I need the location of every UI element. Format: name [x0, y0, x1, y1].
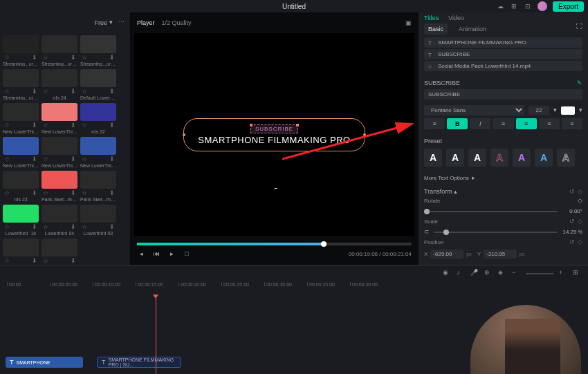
pos-x-input[interactable] [430, 250, 463, 259]
library-item[interactable]: ☆⬇Paris Sket...rhirds 01 [42, 171, 77, 202]
rotate-slider[interactable] [424, 211, 558, 212]
timeline-ruler[interactable]: 00:0000:00:05:0000:00:10:0000:00:15:0000… [7, 282, 588, 296]
favorite-icon[interactable]: ☆ [4, 224, 10, 230]
download-icon[interactable]: ⬇ [109, 122, 115, 128]
quality-selector[interactable]: 1/2 Quality [162, 19, 192, 26]
library-item[interactable]: ☆⬇Streaming...orthird 06 [80, 35, 116, 66]
library-item[interactable]: ☆⬇Lowerthird 04 [42, 205, 77, 236]
download-icon[interactable]: ⬇ [109, 224, 115, 230]
library-item[interactable]: ☆⬇rds 23 [3, 171, 39, 202]
preset-2[interactable]: A [446, 149, 464, 167]
library-item[interactable]: ☆⬇Lowerthird 02 [3, 239, 39, 265]
library-item[interactable]: ☆⬇Default Lowerthird [80, 69, 116, 100]
library-item[interactable]: ☆⬇Streaming...orthird 06 [3, 35, 39, 66]
reset-position-icon[interactable]: ↺ [569, 239, 575, 245]
color-swatch[interactable] [561, 106, 575, 115]
favorite-icon[interactable]: ☆ [82, 224, 87, 230]
reset-transform-icon[interactable]: ↺ [569, 189, 575, 195]
layer-item[interactable]: TSUBSCRIBE [424, 49, 582, 59]
library-item[interactable]: ☆⬇New LowerThirds 18 [3, 137, 39, 168]
library-item[interactable]: ☆⬇New LowerThirds 18 [42, 137, 77, 168]
font-size-input[interactable] [529, 106, 549, 115]
library-item[interactable]: ☆⬇New LowerThirds 40 [3, 103, 39, 134]
seek-handle[interactable] [321, 241, 327, 247]
favorite-icon[interactable]: ☆ [43, 122, 48, 128]
scale-slider[interactable] [434, 232, 558, 233]
align-center-button[interactable]: ≡ [516, 118, 537, 129]
preset-3[interactable]: A [468, 149, 486, 167]
favorite-icon[interactable]: ☆ [4, 55, 10, 60]
grid-icon[interactable]: ⊡ [524, 2, 532, 10]
blend-mode-label[interactable]: Blend Mode [424, 264, 457, 265]
zoom-slider[interactable] [526, 273, 553, 274]
text-input[interactable] [424, 89, 582, 100]
more-text-options[interactable]: More Text Options▸ [419, 171, 588, 185]
basic-subtab[interactable]: Basic [424, 24, 448, 35]
favorite-icon[interactable]: ☆ [82, 190, 87, 196]
zoom-in-icon[interactable]: + [559, 270, 567, 278]
library-item[interactable]: ☆⬇Streaming...orthird 06 [3, 69, 39, 100]
library-item[interactable]: ☆⬇Streaming...orthird 06 [42, 35, 77, 66]
zoom-out-icon[interactable]: − [512, 270, 520, 278]
pos-y-input[interactable] [484, 250, 517, 259]
download-icon[interactable]: ⬇ [109, 88, 115, 94]
favorite-icon[interactable]: ☆ [4, 190, 10, 196]
download-icon[interactable]: ⬇ [109, 55, 115, 60]
step-back-button[interactable]: ⏮ [152, 250, 160, 258]
animation-subtab[interactable]: Animation [454, 24, 490, 35]
play-button[interactable]: ▸ [167, 250, 176, 258]
export-button[interactable]: Export [553, 1, 584, 12]
library-item[interactable]: ☆⬇Lowerthird 03 [80, 205, 116, 236]
align-left2-button[interactable]: ≡ [493, 118, 513, 129]
mic-icon[interactable]: 🎤 [470, 270, 479, 278]
favorite-icon[interactable]: ☆ [82, 122, 87, 128]
layer-item[interactable]: ○Social Media Pack Lowerthird 14.mp4 [424, 61, 582, 71]
record-icon[interactable]: ◉ [443, 270, 451, 278]
clip-title[interactable]: T SMARTPHONE FILMMAKING PRO | SU... [97, 357, 181, 368]
clip-smartphone[interactable]: T SMARTPHONE [6, 357, 83, 368]
preset-5[interactable]: A [513, 149, 531, 167]
download-icon[interactable]: ⬇ [109, 190, 115, 196]
download-icon[interactable]: ⬇ [32, 258, 37, 263]
library-item[interactable]: ☆⬇Paris Sket...rhirds 02 [80, 171, 116, 202]
download-icon[interactable]: ⬇ [32, 122, 37, 128]
title-graphic[interactable]: SUBSCRIBE SMARTPHONE FILMMAKING PRO [183, 118, 365, 151]
snap-icon[interactable]: ⊕ [484, 270, 493, 278]
more-icon[interactable]: ⋯ [118, 19, 125, 26]
favorite-icon[interactable]: ☆ [43, 88, 48, 94]
library-item[interactable]: ☆⬇Lowerthird 01 [42, 239, 77, 265]
favorite-icon[interactable]: ☆ [43, 156, 48, 162]
favorite-icon[interactable]: ☆ [4, 156, 10, 162]
italic-button[interactable]: I [470, 118, 490, 129]
layer-item[interactable]: TSMARTPHONE FILMMAKING PRO [424, 37, 582, 48]
library-item[interactable]: ☆⬇rds 24 [42, 69, 77, 100]
library-item[interactable]: ☆⬇rds 22 [80, 103, 116, 134]
snapshot-icon[interactable]: ▣ [405, 20, 412, 26]
mute-icon[interactable]: ♪ [457, 270, 465, 278]
bold-button[interactable]: B [447, 118, 468, 129]
download-icon[interactable]: ⬇ [71, 55, 76, 60]
export-grid-icon[interactable]: ⊞ [510, 2, 518, 10]
favorite-icon[interactable]: ☆ [43, 224, 48, 230]
prev-button[interactable]: ◂ [137, 250, 145, 258]
favorite-icon[interactable]: ☆ [43, 190, 48, 196]
video-tab[interactable]: Video [448, 15, 464, 21]
free-filter[interactable]: Free ▾ [94, 19, 113, 26]
download-icon[interactable]: ⬇ [71, 88, 76, 94]
preset-6[interactable]: A [535, 149, 553, 167]
expand-icon[interactable]: ⛶ [576, 24, 582, 35]
keyframe-transform-icon[interactable]: ◇ [578, 189, 582, 195]
titles-tab[interactable]: Titles [424, 15, 439, 21]
favorite-icon[interactable]: ☆ [43, 258, 48, 263]
reset-scale-icon[interactable]: ↺ [569, 218, 575, 225]
align-justify-button[interactable]: ≡ [562, 118, 582, 129]
download-icon[interactable]: ⬇ [32, 224, 37, 230]
favorite-icon[interactable]: ☆ [4, 122, 10, 128]
preset-7[interactable]: A [557, 149, 575, 167]
color-dropdown-icon[interactable]: ▾ [579, 107, 582, 113]
library-item[interactable]: ☆⬇New LowerThirds 12 [80, 137, 116, 168]
edit-icon[interactable]: ✎ [577, 80, 582, 86]
download-icon[interactable]: ⬇ [32, 55, 37, 60]
download-icon[interactable]: ⬇ [71, 122, 76, 128]
font-select[interactable]: Pontano Sans [424, 105, 524, 115]
